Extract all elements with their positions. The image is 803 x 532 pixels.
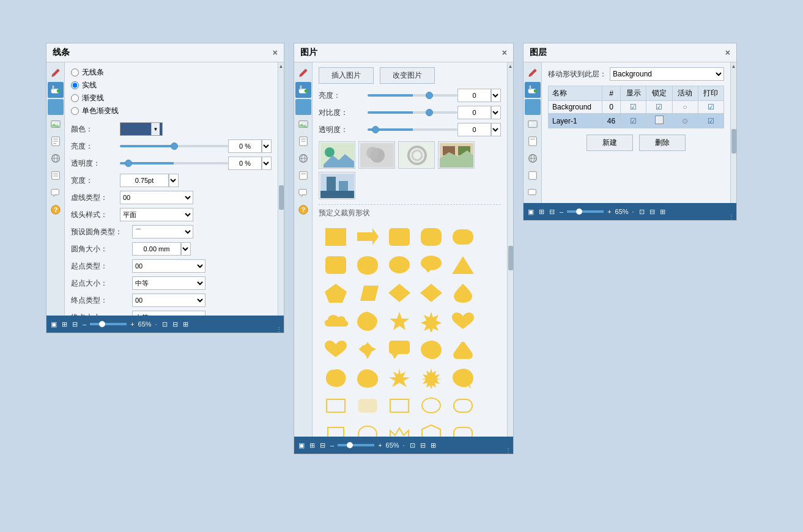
- layer-select-dropdown[interactable]: Background: [610, 67, 724, 81]
- img-sidebar-icon-globe[interactable]: [295, 150, 311, 166]
- lines-zoom-slider[interactable]: [90, 323, 127, 325]
- thumb-4[interactable]: [438, 141, 475, 169]
- transparency-input[interactable]: [228, 157, 262, 170]
- layer-show-background[interactable]: ☑: [621, 101, 646, 114]
- layer-active-background[interactable]: ○: [672, 101, 698, 114]
- thumb-1[interactable]: [319, 141, 355, 169]
- table-row[interactable]: Background 0 ☑ ☑ ○ ☑: [549, 101, 724, 114]
- layer-lock-background[interactable]: ☑: [646, 101, 672, 114]
- img-sidebar-icon-doc[interactable]: [295, 133, 311, 149]
- img-contrast-spinner[interactable]: ▲▼: [491, 106, 501, 119]
- shape-rect2[interactable]: [321, 252, 350, 278]
- lay-status-7[interactable]: ⊞: [659, 207, 667, 216]
- status-icon-minus[interactable]: –: [81, 320, 87, 328]
- end-type-select[interactable]: 00: [132, 294, 205, 307]
- color-picker[interactable]: ▼: [120, 122, 163, 136]
- width-input[interactable]: [120, 174, 169, 187]
- status-icon-2[interactable]: ⊞: [61, 320, 68, 329]
- change-image-btn[interactable]: 改变图片: [380, 67, 435, 84]
- img-status-3[interactable]: ⊟: [319, 441, 327, 450]
- lay-status-plus[interactable]: +: [606, 207, 612, 216]
- transparency-slider[interactable]: [120, 162, 228, 164]
- brightness-spinner[interactable]: ▲▼: [262, 139, 272, 153]
- img-status-7[interactable]: ⊞: [429, 441, 437, 450]
- img-status-5[interactable]: ⊡: [409, 441, 416, 450]
- layer-print-layer1[interactable]: ☑: [698, 114, 723, 128]
- sidebar-icon-image[interactable]: [48, 116, 64, 132]
- shape-heart2[interactable]: [321, 336, 350, 362]
- lay-sidebar-icon-paint[interactable]: [525, 82, 541, 98]
- img-sidebar-icon-chat[interactable]: [295, 185, 311, 201]
- layer-show-layer1[interactable]: ☑: [621, 114, 646, 128]
- img-contrast-slider[interactable]: [368, 111, 457, 114]
- img-status-6[interactable]: ⊟: [419, 441, 427, 450]
- radio-gradient[interactable]: 渐变线: [71, 93, 272, 103]
- shape-arrow-right[interactable]: [353, 224, 382, 249]
- shape-speech2[interactable]: [385, 336, 414, 362]
- shape-square[interactable]: [321, 224, 350, 249]
- status-icon-6[interactable]: ⊟: [171, 320, 179, 329]
- shape-blob3[interactable]: [416, 336, 446, 362]
- delete-layer-btn[interactable]: 删除: [639, 135, 686, 151]
- shape-blob1[interactable]: [353, 252, 382, 278]
- scroll-thumb[interactable]: [279, 185, 284, 210]
- status-icon-7[interactable]: ⊞: [182, 320, 190, 329]
- lay-status-5[interactable]: ⊡: [638, 207, 646, 216]
- lay-status-6[interactable]: ⊟: [648, 207, 656, 216]
- img-transparency-spinner[interactable]: ▲▼: [491, 123, 501, 136]
- resize-handle-layers[interactable]: ⋮: [728, 213, 735, 220]
- shape-parallelogram[interactable]: [353, 280, 382, 306]
- img-sidebar-icon-edit[interactable]: [295, 168, 311, 183]
- shape-blob2[interactable]: [353, 308, 382, 334]
- sidebar-icon-edit[interactable]: [48, 168, 64, 183]
- shape-speech-bubble[interactable]: [416, 252, 446, 278]
- status-icon-plus[interactable]: +: [129, 320, 135, 328]
- img-status-minus[interactable]: –: [329, 441, 335, 449]
- img-transparency-input[interactable]: [457, 123, 491, 136]
- shape-outline-rounded[interactable]: [353, 393, 382, 418]
- shape-starburst[interactable]: [385, 364, 414, 390]
- transparency-spinner[interactable]: ▲▼: [262, 157, 272, 170]
- shape-starburst2[interactable]: [416, 364, 446, 390]
- img-brightness-input[interactable]: [457, 89, 491, 102]
- brightness-slider[interactable]: [120, 145, 228, 147]
- img-brightness-spinner[interactable]: ▲▼: [491, 89, 501, 102]
- lay-status-4[interactable]: ·: [631, 207, 635, 216]
- sidebar-icon-chat[interactable]: [48, 185, 64, 201]
- shape-ellipse[interactable]: [385, 252, 414, 278]
- shape-blob5[interactable]: [353, 364, 382, 390]
- insert-image-btn[interactable]: 插入图片: [319, 67, 374, 84]
- dash-type-select[interactable]: 00: [120, 191, 193, 204]
- shape-diamond[interactable]: [385, 280, 414, 306]
- status-icon-3[interactable]: ⊟: [71, 320, 79, 329]
- lay-scroll-thumb[interactable]: [731, 129, 736, 153]
- lay-sidebar-color-block[interactable]: [525, 99, 541, 115]
- lay-sidebar-icon-globe[interactable]: [525, 150, 541, 166]
- img-scroll-up[interactable]: ▲: [508, 64, 513, 69]
- lay-scroll-up[interactable]: ▲: [731, 64, 736, 69]
- status-icon-5[interactable]: ⊡: [161, 320, 169, 329]
- shape-outline-circle[interactable]: [416, 393, 446, 418]
- img-sidebar-color-block[interactable]: [295, 99, 311, 115]
- new-layer-btn[interactable]: 新建: [587, 135, 633, 151]
- layer-lock-layer1[interactable]: [646, 114, 672, 128]
- lay-sidebar-icon-pen[interactable]: [525, 65, 541, 81]
- img-transparency-slider[interactable]: [368, 128, 457, 131]
- layer-print-background[interactable]: ☑: [698, 101, 723, 114]
- thumb-2[interactable]: [358, 141, 395, 169]
- shape-triangle[interactable]: [448, 252, 478, 278]
- img-scroll-thumb[interactable]: [508, 246, 513, 270]
- lines-scrollbar[interactable]: ▲ ▼: [278, 62, 284, 333]
- img-sidebar-icon-help[interactable]: ?: [295, 202, 311, 218]
- shape-heart[interactable]: [448, 308, 478, 334]
- img-sidebar-icon-pen[interactable]: [295, 65, 311, 81]
- scroll-up-arrow[interactable]: ▲: [279, 64, 284, 69]
- sidebar-icon-pen[interactable]: [48, 65, 64, 81]
- status-icon-4[interactable]: ·: [154, 320, 158, 328]
- shape-rect-rounded[interactable]: [385, 224, 414, 249]
- lay-sidebar-icon-edit[interactable]: [525, 168, 541, 183]
- sidebar-icon-help[interactable]: ?: [48, 202, 64, 218]
- lay-status-3[interactable]: ⊟: [548, 207, 556, 216]
- shape-rect-rounder[interactable]: [416, 224, 446, 249]
- shape-stadium[interactable]: [448, 224, 478, 249]
